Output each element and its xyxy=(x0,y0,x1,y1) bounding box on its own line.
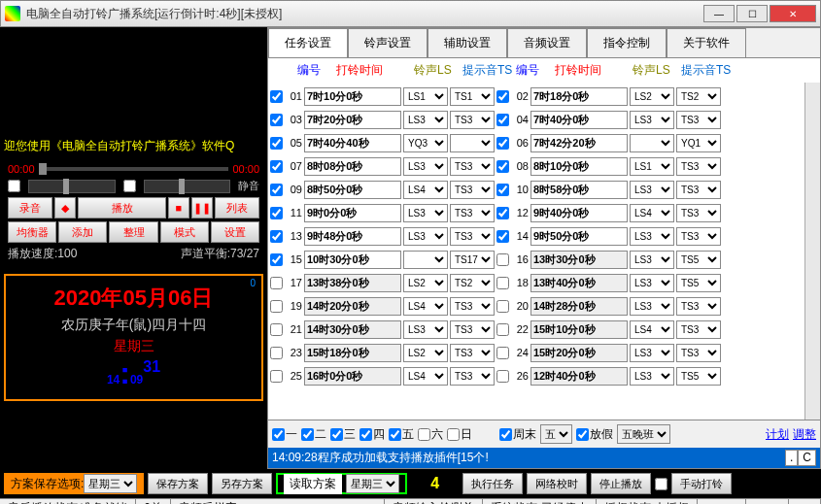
ts-select[interactable]: TS3 xyxy=(676,111,721,129)
shift-select[interactable]: 五晚班 xyxy=(617,424,670,444)
scrollbar[interactable] xyxy=(804,83,820,420)
ts-select[interactable]: TS3 xyxy=(450,204,495,222)
task-check[interactable] xyxy=(496,90,509,103)
ts-select[interactable]: TS3 xyxy=(450,367,495,386)
task-time[interactable]: 7时42分20秒 xyxy=(530,134,628,152)
task-time[interactable]: 8时58分0秒 xyxy=(530,181,628,199)
right-check[interactable] xyxy=(123,180,136,192)
weekend-check[interactable] xyxy=(499,428,512,441)
ls-select[interactable]: LS1 xyxy=(630,157,674,176)
task-time[interactable]: 15时18分0秒 xyxy=(304,344,401,362)
ts-select[interactable]: TS3 xyxy=(676,297,721,316)
holiday-check[interactable] xyxy=(576,428,589,441)
left-check[interactable] xyxy=(8,180,20,192)
task-check[interactable] xyxy=(496,370,509,383)
ls-select[interactable]: LS3 xyxy=(630,344,674,362)
ts-select[interactable]: TS3 xyxy=(450,157,495,176)
task-time[interactable]: 8时08分0秒 xyxy=(304,157,401,176)
pause-icon-button[interactable]: ❚❚ xyxy=(191,197,213,218)
tab-0[interactable]: 任务设置 xyxy=(268,28,348,57)
task-time[interactable]: 13时38分0秒 xyxy=(304,274,401,292)
task-time[interactable]: 7时18分0秒 xyxy=(530,87,628,106)
organize-button[interactable]: 整理 xyxy=(109,221,157,243)
task-check[interactable] xyxy=(270,253,283,266)
stop-play-button[interactable]: 停止播放 xyxy=(591,473,651,494)
ts-select[interactable]: TS5 xyxy=(676,251,721,269)
tab-3[interactable]: 音频设置 xyxy=(507,28,587,57)
ls-select[interactable]: LS4 xyxy=(630,320,674,339)
ls-select[interactable]: LS3 xyxy=(630,274,674,292)
ts-select[interactable]: TS3 xyxy=(450,297,495,316)
ts-select[interactable]: TS2 xyxy=(676,87,721,106)
ts-select[interactable]: TS1 xyxy=(450,87,495,106)
ls-select[interactable]: LS3 xyxy=(630,297,674,316)
close-button[interactable]: ✕ xyxy=(770,5,816,22)
task-time[interactable]: 7时10分0秒 xyxy=(304,87,401,106)
task-check[interactable] xyxy=(270,323,283,336)
ts-select[interactable]: TS3 xyxy=(450,320,495,339)
day-3[interactable] xyxy=(330,428,343,441)
task-check[interactable] xyxy=(496,300,509,313)
task-time[interactable]: 15时20分0秒 xyxy=(530,344,628,362)
status-dot[interactable]: . xyxy=(785,450,798,466)
task-time[interactable]: 16时0分0秒 xyxy=(304,367,401,386)
task-time[interactable]: 7时20分0秒 xyxy=(304,111,401,129)
manual-ring-button[interactable]: 手动打铃 xyxy=(671,473,732,494)
task-check[interactable] xyxy=(270,277,283,289)
task-check[interactable] xyxy=(496,160,509,173)
ts-select[interactable]: TS3 xyxy=(676,204,721,222)
mode-button[interactable]: 模式 xyxy=(160,221,209,243)
ls-select[interactable]: LS2 xyxy=(630,87,674,106)
ls-select[interactable]: LS3 xyxy=(630,227,674,246)
day-5[interactable] xyxy=(389,428,401,441)
ts-select[interactable]: TS5 xyxy=(676,367,721,386)
tab-4[interactable]: 指令控制 xyxy=(587,28,667,57)
day-7[interactable] xyxy=(447,428,460,441)
adjust-link[interactable]: 调整 xyxy=(793,426,816,443)
task-time[interactable]: 7时40分0秒 xyxy=(530,111,628,129)
task-time[interactable]: 14时20分0秒 xyxy=(304,297,401,316)
ls-select[interactable]: LS3 xyxy=(630,251,674,269)
task-time[interactable]: 14时30分0秒 xyxy=(304,320,401,339)
ts-select[interactable]: TS3 xyxy=(450,344,495,362)
seek-slider[interactable] xyxy=(39,167,229,171)
ls-select[interactable]: LS3 xyxy=(403,320,448,339)
ls-select[interactable]: LS3 xyxy=(403,111,448,129)
task-time[interactable]: 9时48分0秒 xyxy=(304,227,401,246)
task-time[interactable]: 7时40分40秒 xyxy=(304,134,401,152)
ts-select[interactable]: YQ1 xyxy=(676,134,721,152)
task-check[interactable] xyxy=(270,137,283,150)
stop-icon-button[interactable]: ■ xyxy=(168,197,189,218)
task-check[interactable] xyxy=(270,370,283,383)
task-check[interactable] xyxy=(270,207,283,219)
ls-select[interactable]: LS3 xyxy=(630,367,674,386)
ls-select[interactable]: LS3 xyxy=(403,157,448,176)
task-check[interactable] xyxy=(270,160,283,173)
task-check[interactable] xyxy=(270,230,283,243)
saveas-plan-button[interactable]: 另存方案 xyxy=(212,473,272,494)
minimize-button[interactable]: — xyxy=(703,5,735,22)
weekend-select[interactable]: 五 xyxy=(540,424,572,444)
ls-select[interactable]: LS1 xyxy=(403,87,448,106)
exec-button[interactable]: 执行任务 xyxy=(462,473,523,494)
settings-button[interactable]: 设置 xyxy=(211,221,259,243)
vol-left-slider[interactable] xyxy=(28,180,116,193)
ls-select[interactable] xyxy=(630,134,674,152)
task-check[interactable] xyxy=(270,114,283,126)
list-button[interactable]: 列表 xyxy=(215,197,259,218)
day-4[interactable] xyxy=(359,428,372,441)
ls-select[interactable]: LS2 xyxy=(403,274,448,292)
record-button[interactable]: 录音 xyxy=(8,197,52,218)
task-time[interactable]: 13时40分0秒 xyxy=(530,274,628,292)
status-clear[interactable]: C xyxy=(798,450,816,466)
task-check[interactable] xyxy=(270,300,283,313)
sync-button[interactable]: 网络校时 xyxy=(527,473,587,494)
task-check[interactable] xyxy=(270,90,283,103)
day-1[interactable] xyxy=(272,428,285,441)
tab-1[interactable]: 铃声设置 xyxy=(348,28,428,57)
ts-select[interactable]: TS3 xyxy=(676,227,721,246)
task-check[interactable] xyxy=(496,347,509,359)
ls-select[interactable]: LS3 xyxy=(630,181,674,199)
ls-select[interactable]: LS4 xyxy=(403,297,448,316)
task-check[interactable] xyxy=(496,323,509,336)
